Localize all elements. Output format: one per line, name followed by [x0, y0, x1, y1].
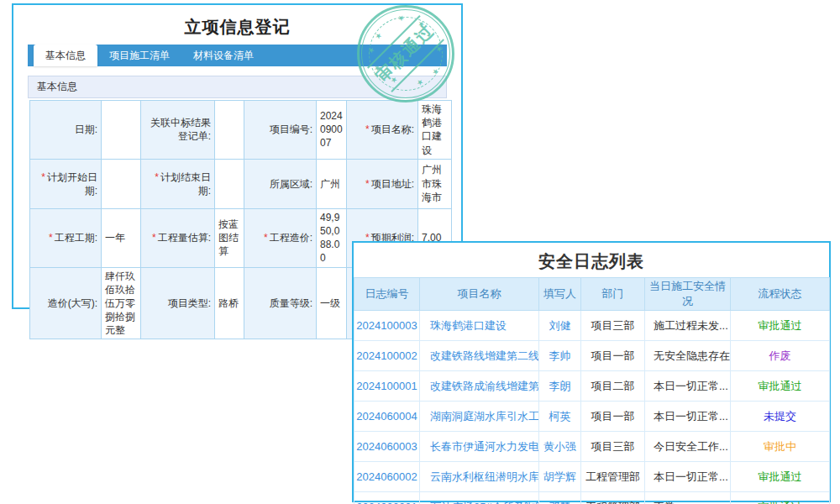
table-header-row: 日志编号 项目名称 填写人 部门 当日施工安全情况 流程状态	[354, 278, 830, 311]
form-row: 日期: 关联中标结果登记单: 项目编号: 2024090007 *项目名称: 珠…	[30, 101, 452, 160]
field-value-quantity-estimate: 按蓝图结算	[215, 208, 244, 267]
column-header-safety-situation: 当日施工安全情况	[645, 278, 731, 311]
field-label-date: 日期:	[30, 101, 102, 160]
project-name-link[interactable]: 改建铁路线增建第二线...	[430, 349, 539, 362]
writer-link[interactable]: 柯英	[549, 410, 571, 423]
tab-construction-list[interactable]: 项目施工清单	[97, 45, 181, 66]
status-badge: 审批通过	[731, 462, 830, 492]
department-cell: 项目一部	[581, 402, 645, 432]
field-label-project-type: 项目类型:	[141, 267, 215, 339]
safety-log-panel: 安全日志列表 日志编号 项目名称 填写人 部门 当日施工安全情况 流程状态 20…	[352, 241, 831, 502]
writer-link[interactable]: 李朗	[549, 380, 571, 392]
safety-situation-cell: 今日安全工作...	[645, 432, 731, 462]
safety-situation-cell: 无安全隐患存在	[645, 341, 731, 371]
status-badge: 审批中	[731, 432, 830, 462]
column-header-department: 部门	[581, 278, 645, 311]
safety-situation-cell: 本日一切正常...	[645, 462, 731, 492]
log-id-link[interactable]: 2024060004	[356, 410, 417, 423]
project-name-link[interactable]: 云南水利枢纽潜明水库...	[430, 470, 539, 483]
field-value-region: 广州	[317, 159, 347, 208]
field-value-project-name: 珠海鹤港口建设	[418, 101, 452, 160]
log-id-link[interactable]: 2024060003	[356, 440, 417, 453]
log-id-link[interactable]: 2024060002	[356, 470, 417, 483]
writer-link[interactable]: 黄小强	[543, 440, 576, 453]
status-badge: 审批通过	[731, 371, 830, 402]
field-label-cost-capital: 造价(大写):	[30, 267, 102, 339]
required-mark: *	[41, 171, 45, 183]
column-header-log-id: 日志编号	[354, 278, 420, 311]
status-badge: 作废	[731, 341, 830, 371]
field-value-project-address: 广州市珠海市	[418, 159, 452, 208]
table-row: 2024060004 湖南洞庭湖水库引水工... 柯英 项目一部 本日一切正常.…	[354, 402, 830, 432]
writer-link[interactable]: 李帅	[549, 349, 571, 362]
table-row: 2024100001 改建铁路成渝线增建第... 李朗 项目二部 本日一切正常.…	[354, 371, 830, 402]
column-header-writer: 填写人	[539, 278, 581, 311]
status-badge: 审批通过	[731, 311, 830, 341]
table-row: 2024060003 长春市伊通河水力发电... 黄小强 项目三部 今日安全工作…	[354, 432, 830, 462]
department-cell: 工程管理部	[581, 492, 645, 504]
field-label-project-no: 项目编号:	[244, 101, 317, 160]
writer-link[interactable]: 刘健	[549, 319, 571, 332]
tab-bar: 基本信息 项目施工清单 材料设备清单	[28, 45, 447, 66]
department-cell: 项目二部	[581, 371, 645, 402]
field-value-duration: 一年	[102, 208, 141, 267]
section-header: 基本信息	[28, 76, 447, 98]
required-mark: *	[365, 123, 370, 135]
department-cell: 项目三部	[581, 432, 645, 462]
page-title: 立项信息登记	[13, 16, 461, 39]
field-value-plan-end	[215, 159, 244, 208]
status-badge: 未提交	[731, 402, 830, 432]
field-label-bid-result: 关联中标结果登记单:	[141, 101, 215, 160]
log-id-link[interactable]: 2024100001	[356, 380, 417, 392]
field-label-project-cost: *工程造价:	[244, 208, 317, 267]
department-cell: 项目一部	[581, 341, 645, 371]
log-id-link[interactable]: 2024100002	[356, 349, 417, 362]
field-label-region: 所属区域:	[244, 159, 317, 208]
field-label-plan-end: *计划结束日期:	[141, 159, 215, 208]
safety-log-title: 安全日志列表	[354, 243, 829, 277]
safety-situation-cell: 正常	[645, 492, 731, 504]
safety-situation-cell: 本日一切正常...	[645, 402, 731, 432]
field-value-cost-capital: 肆仟玖佰玖拾伍万零捌拾捌元整	[102, 267, 141, 339]
field-label-project-address: *项目地址:	[347, 159, 418, 208]
column-header-flow-status: 流程状态	[731, 278, 830, 311]
department-cell: 项目三部	[581, 311, 645, 341]
field-value-plan-start	[102, 159, 141, 208]
field-label-duration: *工程工期:	[30, 208, 102, 267]
required-mark: *	[365, 178, 370, 190]
field-value-date	[102, 101, 141, 160]
table-row: 2024100003 珠海鹤港口建设 刘健 项目三部 施工过程未发... 审批通…	[354, 311, 830, 341]
log-id-link[interactable]: 2024100003	[356, 319, 417, 332]
column-header-project-name: 项目名称	[420, 278, 539, 311]
form-row: *计划开始日期: *计划结束日期: 所属区域: 广州 *项目地址: 广州市珠海市	[30, 159, 452, 208]
field-label-quantity-estimate: *工程量估算:	[141, 208, 215, 267]
field-value-project-no: 2024090007	[317, 101, 347, 160]
tab-material-equipment-list[interactable]: 材料设备清单	[181, 45, 265, 66]
project-name-link[interactable]: 珠海鹤港口建设	[430, 319, 507, 332]
writer-link[interactable]: 邓琴	[549, 501, 571, 504]
project-name-link[interactable]: 万达广场35#会所及咖啡...	[430, 501, 539, 504]
safety-situation-cell: 施工过程未发...	[645, 311, 731, 341]
field-label-quality-grade: 质量等级:	[244, 267, 317, 339]
log-id-link[interactable]: 2024030001	[356, 501, 417, 504]
project-name-link[interactable]: 改建铁路成渝线增建第...	[430, 380, 539, 392]
field-value-bid-result	[215, 101, 244, 160]
status-badge: 审批通过	[731, 492, 830, 504]
project-name-link[interactable]: 长春市伊通河水力发电...	[430, 440, 539, 453]
required-mark: *	[152, 232, 156, 244]
safety-situation-cell: 本日一切正常...	[645, 371, 731, 402]
required-mark: *	[155, 171, 159, 183]
table-row: 2024060002 云南水利枢纽潜明水库... 胡学辉 工程管理部 本日一切正…	[354, 462, 830, 492]
writer-link[interactable]: 胡学辉	[543, 470, 576, 483]
department-cell: 工程管理部	[581, 462, 645, 492]
field-value-quality-grade: 一级	[317, 267, 347, 339]
required-mark: *	[264, 232, 268, 244]
project-name-link[interactable]: 湖南洞庭湖水库引水工...	[430, 410, 539, 423]
required-mark: *	[49, 232, 53, 244]
field-label-project-name: *项目名称:	[347, 101, 418, 160]
safety-log-table: 日志编号 项目名称 填写人 部门 当日施工安全情况 流程状态 202410000…	[354, 277, 830, 504]
table-row: 2024030001 万达广场35#会所及咖啡... 邓琴 工程管理部 正常 审…	[354, 492, 830, 504]
field-value-project-cost: 49,950,088.00	[317, 208, 347, 267]
tab-basic-info[interactable]: 基本信息	[34, 45, 97, 66]
table-row: 2024100002 改建铁路线增建第二线... 李帅 项目一部 无安全隐患存在…	[354, 341, 830, 371]
